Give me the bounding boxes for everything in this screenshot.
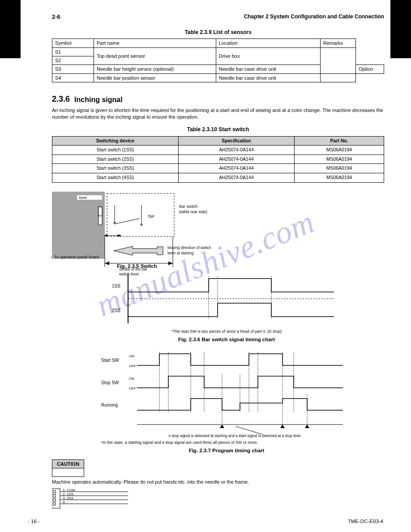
label: Bar switch — [179, 204, 198, 209]
label: SW — [148, 214, 154, 219]
sensor-table-caption: Table 2.3.9 List of sensors — [52, 29, 384, 36]
prog-chart-caption: Fig. 2.3.7 Program timing chart — [101, 447, 352, 454]
header-chapter: Chapter 2 System Configuration and Cable… — [244, 13, 384, 21]
svg-text:2: 1SS: 2: 1SS — [63, 492, 73, 496]
svg-marker-16 — [168, 262, 173, 265]
svg-text:3: 2SS: 3: 2SS — [63, 496, 73, 500]
cell: MS06A0194 — [295, 164, 384, 173]
cell — [321, 47, 356, 73]
caution-box: CAUTION — [52, 459, 84, 477]
cell: Needle bar case drive unit — [216, 65, 321, 73]
caution-head: CAUTION — [52, 459, 84, 468]
header-cell: Specification — [178, 136, 294, 146]
label: OFF — [129, 364, 136, 368]
table-row: Start switch (4SS)AH25074-0A144MS06A0194 — [52, 173, 384, 183]
cell: S3 — [52, 65, 94, 73]
cell — [321, 73, 356, 82]
table-row: Switching device Specification Part No. — [52, 136, 384, 146]
label: (table rear side) — [179, 210, 207, 214]
cell: Start switch (1SS) — [52, 146, 179, 155]
table-row: S4 Needle bar position sensor Needle bar… — [52, 73, 384, 82]
label: Table — [78, 196, 87, 200]
cell: Top dead point sensor — [94, 47, 216, 65]
cell: Start switch (2SS) — [52, 154, 179, 164]
svg-marker-15 — [105, 262, 109, 265]
cell: Option — [356, 65, 384, 73]
svg-marker-38 — [280, 425, 285, 428]
svg-line-7 — [115, 219, 140, 224]
io-table: Switching device Specification Part No. … — [52, 136, 384, 183]
label: ON — [129, 354, 134, 358]
label: OFF — [129, 386, 136, 390]
inching-timing-chart: 1SS 2SS — [110, 274, 343, 328]
cell: S4 — [52, 73, 94, 82]
cell: AH25074-0A144 — [178, 146, 294, 155]
label: A stop signal is detected at starting an… — [168, 433, 302, 438]
header-section: 2-6 — [52, 13, 60, 21]
table-row: S1 Top dead point sensor Drive box — [52, 47, 384, 56]
jack-diagram: 1: COM 2: 1SS 3: 2SS 4: - — [52, 488, 384, 511]
to-panel-label: ← To operation panel board — [49, 255, 99, 260]
footer-page: - 16 - — [28, 518, 40, 525]
label: Start SW — [101, 358, 120, 363]
right-margin-tab — [390, 0, 411, 58]
program-timing-chart: Start SW ON OFF Stop SW ON OFF Running — [101, 349, 352, 439]
cell: Remarks — [321, 39, 356, 47]
cell: S1 — [52, 47, 94, 56]
section-number: 2.3.6 — [52, 94, 70, 104]
cell: MS06A0194 — [295, 146, 384, 155]
section-title: Inching signal — [74, 95, 123, 105]
io-table-caption: Table 2.3.10 Start switch — [52, 126, 384, 133]
cell: Symbol — [52, 39, 94, 47]
cell: Start switch (4SS) — [52, 173, 179, 183]
prog-chart-note: *In the state, a starting signal and a s… — [101, 440, 352, 446]
left-margin-tab — [0, 0, 21, 58]
svg-marker-39 — [305, 425, 309, 428]
table-row: Start switch (3SS)AH25074-0A144MS06A0194 — [52, 164, 384, 173]
cell: Location — [216, 39, 321, 47]
label: Running — [101, 403, 118, 408]
inching-chart-note: *The start SW is two pieces of since a h… — [110, 329, 343, 335]
header-cell: Part No. — [295, 136, 384, 146]
cell: Drive box — [216, 47, 321, 65]
table-row: Symbol Part name Location Remarks — [52, 39, 384, 47]
svg-marker-11 — [114, 246, 163, 255]
label: ON — [129, 377, 134, 381]
svg-text:4: -: 4: - — [63, 500, 68, 504]
label: 1SS — [112, 283, 120, 288]
cell: Needle bar position sensor — [94, 73, 216, 82]
cell: AH25074-0A144 — [178, 164, 294, 173]
label: Moving direction of switch — [167, 245, 211, 250]
sensor-table: Symbol Part name Location Remarks S1 Top… — [52, 39, 384, 82]
cell: Part name — [94, 39, 216, 47]
footer-doc-id: TME-DC-E03-4 — [348, 518, 383, 525]
label: lever at starting — [167, 251, 193, 255]
svg-rect-3 — [98, 207, 102, 216]
cell: Needle bar case drive unit — [216, 73, 321, 82]
caution-body — [52, 468, 84, 476]
inching-chart-caption: Fig. 2.3.6 Bar switch signal timing char… — [110, 336, 343, 343]
header-cell: Switching device — [52, 136, 179, 146]
section-paragraph: An inching signal is given to shorten th… — [52, 107, 384, 120]
label: 2SS — [112, 308, 120, 313]
table-row: Start switch (2SS)AH25074-0A144MS06A0194 — [52, 154, 384, 164]
svg-rect-4 — [107, 193, 174, 236]
cell: Start switch (3SS) — [52, 164, 179, 173]
svg-text:1: COM: 1: COM — [63, 488, 75, 492]
cell: MS06A0194 — [295, 173, 384, 183]
svg-marker-37 — [220, 425, 224, 428]
cell: Needle bar height sensor (optional) — [94, 65, 216, 73]
label: Stop SW — [101, 380, 119, 385]
svg-rect-0 — [52, 192, 105, 259]
caution-text: Machine operates automatically. Please d… — [52, 479, 384, 485]
cell: AH25074-0A144 — [178, 154, 294, 164]
table-row: Start switch (1SS)AH25074-0A144MS06A0194 — [52, 146, 384, 155]
cell: AH25074-0A144 — [178, 173, 294, 183]
cell: MS06A0194 — [295, 154, 384, 164]
cell: S2 — [52, 56, 94, 65]
